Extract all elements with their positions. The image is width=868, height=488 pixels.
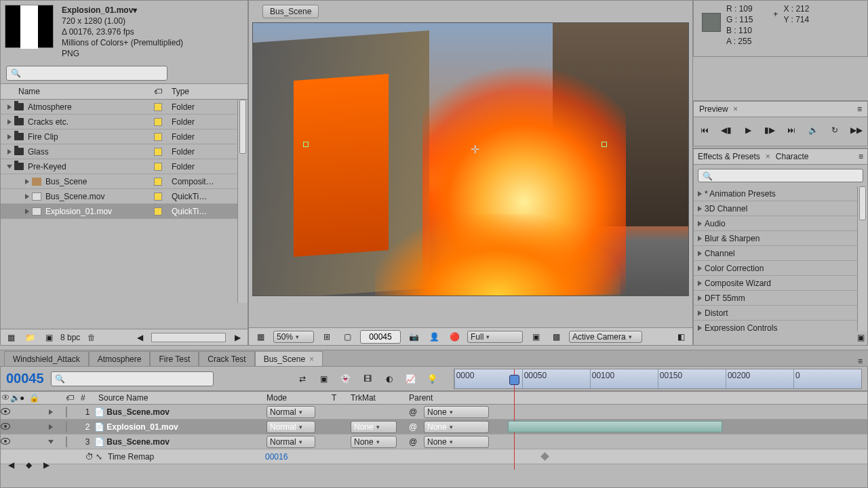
snapshot-icon[interactable]: 📷 bbox=[406, 329, 421, 344]
zoom-dropdown[interactable]: 50% bbox=[273, 331, 314, 343]
col-visibility[interactable] bbox=[1, 393, 10, 403]
timeline-layer[interactable]: 1 📄 Bus_Scene.mov Normal @ None bbox=[1, 405, 867, 420]
expand-icon[interactable] bbox=[25, 209, 29, 214]
trash-icon[interactable]: 🗑 bbox=[84, 330, 99, 345]
trkmat-dropdown[interactable]: None bbox=[351, 421, 397, 433]
col-type[interactable]: Type bbox=[172, 87, 189, 96]
parent-dropdown[interactable]: None bbox=[424, 436, 489, 448]
pickwhip-icon[interactable]: @ bbox=[409, 422, 417, 432]
label-swatch[interactable] bbox=[154, 163, 162, 171]
comp-name-button[interactable]: Bus_Scene bbox=[262, 5, 319, 18]
character-tab[interactable]: Characte bbox=[776, 152, 809, 161]
expand-icon[interactable] bbox=[7, 104, 12, 110]
project-search-input[interactable] bbox=[6, 66, 167, 81]
loop-icon[interactable]: ↻ bbox=[827, 123, 842, 138]
close-icon[interactable]: × bbox=[309, 354, 314, 364]
expand-icon[interactable] bbox=[7, 149, 12, 155]
add-key-icon[interactable]: ◆ bbox=[21, 458, 36, 472]
expand-icon[interactable] bbox=[698, 296, 702, 301]
label-swatch[interactable] bbox=[154, 133, 162, 141]
col-t[interactable]: T bbox=[332, 393, 351, 403]
effect-category[interactable]: DFT 55mm bbox=[694, 291, 867, 306]
project-item[interactable]: Bus_Scene.movQuickTi… bbox=[1, 189, 248, 204]
visibility-toggle[interactable] bbox=[1, 438, 10, 445]
comp-viewer[interactable]: ✛ bbox=[252, 22, 689, 296]
col-solo[interactable]: ● bbox=[20, 393, 29, 403]
project-item[interactable]: GlassFolder bbox=[1, 144, 248, 159]
expand-icon[interactable] bbox=[698, 206, 702, 211]
label-swatch[interactable] bbox=[66, 407, 67, 418]
visibility-toggle[interactable] bbox=[1, 408, 10, 415]
visibility-toggle[interactable] bbox=[1, 423, 10, 430]
resolution-dropdown[interactable]: Full bbox=[467, 331, 523, 343]
parent-dropdown[interactable]: None bbox=[424, 406, 489, 418]
col-lock[interactable]: 🔒 bbox=[29, 393, 39, 403]
current-time-display[interactable]: 00045 bbox=[6, 371, 44, 386]
effect-category[interactable]: * Animation Presets bbox=[694, 186, 867, 201]
col-parent[interactable]: Parent bbox=[409, 393, 500, 403]
effect-category[interactable]: Audio bbox=[694, 216, 867, 231]
expand-icon[interactable] bbox=[49, 409, 53, 415]
scroll-right-icon[interactable]: ▶ bbox=[230, 330, 245, 345]
preview-tab[interactable]: Preview bbox=[699, 104, 728, 114]
exposure-icon[interactable]: ◧ bbox=[673, 329, 688, 344]
col-trk[interactable]: TrkMat bbox=[351, 393, 409, 403]
expand-icon[interactable] bbox=[698, 236, 702, 241]
label-swatch[interactable] bbox=[66, 436, 67, 447]
label-swatch[interactable] bbox=[154, 178, 162, 186]
expand-icon[interactable] bbox=[698, 310, 702, 316]
interpret-footage-icon[interactable]: ▦ bbox=[3, 330, 18, 345]
grid-icon[interactable]: ▦ bbox=[253, 329, 268, 344]
next-key-icon[interactable]: ▶ bbox=[39, 458, 54, 472]
mode-dropdown[interactable]: Normal bbox=[267, 436, 315, 448]
comp-mini-flowchart-icon[interactable]: ⇄ bbox=[295, 371, 310, 386]
prev-frame-icon[interactable]: ◀▮ bbox=[719, 123, 734, 138]
label-swatch[interactable] bbox=[154, 207, 162, 216]
parent-dropdown[interactable]: None bbox=[424, 421, 489, 433]
mode-dropdown[interactable]: Normal bbox=[267, 421, 315, 433]
expand-icon[interactable] bbox=[7, 165, 12, 169]
shy-icon[interactable]: 👻 bbox=[338, 371, 353, 386]
footage-name[interactable]: Explosion_01.mov▾ bbox=[62, 5, 183, 16]
project-item[interactable]: Fire ClipFolder bbox=[1, 129, 248, 144]
stopwatch-icon[interactable]: ⏱ bbox=[83, 449, 96, 464]
effects-tab[interactable]: Effects & Presets bbox=[698, 152, 760, 161]
effects-search-input[interactable] bbox=[698, 169, 863, 182]
expand-icon[interactable] bbox=[48, 440, 54, 444]
trkmat-dropdown[interactable]: None bbox=[351, 436, 397, 448]
safe-zones-icon[interactable]: ⊞ bbox=[319, 329, 334, 344]
timeline-tab[interactable]: Windshield_Attack bbox=[4, 351, 89, 366]
project-item[interactable]: AtmosphereFolder bbox=[1, 100, 248, 115]
label-swatch[interactable] bbox=[66, 422, 67, 432]
timeline-layer[interactable]: 2 📄 Explosion_01.mov Normal None @ None bbox=[1, 420, 867, 434]
col-label[interactable]: 🏷 bbox=[66, 393, 81, 403]
col-source[interactable]: Source Name bbox=[94, 393, 267, 403]
col-mode[interactable]: Mode bbox=[267, 393, 332, 403]
roi-icon[interactable]: ▣ bbox=[528, 329, 543, 344]
close-icon[interactable]: × bbox=[733, 104, 738, 114]
expand-icon[interactable] bbox=[7, 119, 12, 125]
expand-icon[interactable] bbox=[698, 325, 702, 331]
expand-icon[interactable] bbox=[25, 194, 29, 199]
panel-menu-icon[interactable]: ≡ bbox=[859, 152, 863, 161]
color-mgmt-icon[interactable]: 🔴 bbox=[447, 329, 462, 344]
bpc-toggle[interactable]: 8 bpc bbox=[60, 333, 80, 342]
project-item[interactable]: Cracks etc.Folder bbox=[1, 115, 248, 129]
effect-category[interactable]: Blur & Sharpen bbox=[694, 231, 867, 246]
expand-icon[interactable] bbox=[698, 251, 702, 256]
scroll-left-icon[interactable]: ◀ bbox=[132, 330, 147, 345]
last-frame-icon[interactable]: ⏭ bbox=[784, 123, 799, 138]
brainstorm-icon[interactable]: 💡 bbox=[425, 371, 440, 386]
timeline-tab[interactable]: Fire Test bbox=[150, 351, 199, 366]
transparency-grid-icon[interactable]: ▩ bbox=[549, 329, 564, 344]
expand-icon[interactable] bbox=[698, 266, 702, 271]
col-audio[interactable]: 🔊 bbox=[10, 393, 20, 403]
motion-blur-icon[interactable]: ◐ bbox=[382, 371, 397, 386]
timeline-layer[interactable]: 3 📄 Bus_Scene.mov Normal None @ None bbox=[1, 434, 867, 449]
audio-icon[interactable]: 🔊 bbox=[806, 123, 821, 138]
project-item[interactable]: Bus_SceneComposit… bbox=[1, 174, 248, 189]
time-ruler[interactable]: 0000000500010000150002000 bbox=[454, 369, 862, 389]
project-item[interactable]: Pre-KeyedFolder bbox=[1, 159, 248, 174]
effect-category[interactable]: 3D Channel bbox=[694, 201, 867, 216]
col-name[interactable]: Name bbox=[18, 87, 154, 96]
